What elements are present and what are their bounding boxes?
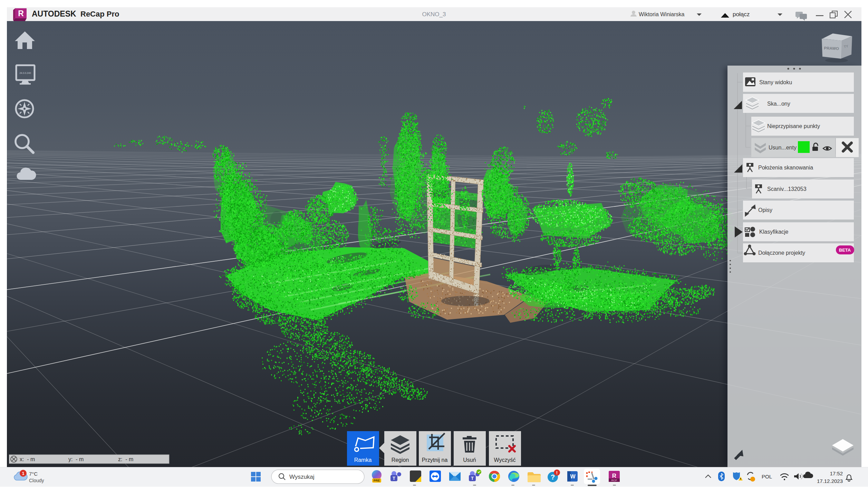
svg-text:Ska...ony: Ska...ony bbox=[767, 101, 790, 107]
svg-text:AUTODESK: AUTODESK bbox=[32, 9, 76, 18]
svg-text:ReCap Pro: ReCap Pro bbox=[80, 10, 119, 18]
svg-text:Scaniv...132053: Scaniv...132053 bbox=[767, 186, 807, 192]
svg-text:17:52: 17:52 bbox=[830, 470, 843, 476]
svg-text:Klasyfikacje: Klasyfikacje bbox=[759, 229, 789, 235]
svg-text:Ramka: Ramka bbox=[354, 457, 372, 463]
svg-text:1: 1 bbox=[22, 471, 24, 476]
svg-text:x: - m: x: - m bbox=[20, 456, 35, 462]
svg-text:PRAWO: PRAWO bbox=[824, 46, 839, 51]
svg-text:T: T bbox=[393, 476, 395, 481]
svg-text:Dołączone projekty: Dołączone projekty bbox=[758, 250, 805, 256]
svg-text:BETA: BETA bbox=[839, 248, 851, 253]
svg-text:y: - m: y: - m bbox=[68, 456, 84, 462]
svg-text:Wiktoria Winiarska: Wiktoria Winiarska bbox=[639, 11, 685, 17]
svg-text:TY: TY bbox=[843, 44, 849, 49]
svg-text:?: ? bbox=[551, 473, 555, 481]
svg-text:Region: Region bbox=[392, 457, 409, 463]
svg-text:7°C: 7°C bbox=[29, 471, 38, 477]
svg-text:Opisy: Opisy bbox=[758, 207, 772, 213]
svg-text:POL: POL bbox=[762, 474, 772, 479]
svg-text:Nieprzypisane punkty: Nieprzypisane punkty bbox=[767, 123, 820, 129]
svg-text:Położenia skanowania: Położenia skanowania bbox=[758, 165, 813, 171]
svg-text:PRE: PRE bbox=[374, 479, 380, 482]
svg-text:Cloudy: Cloudy bbox=[29, 478, 44, 483]
svg-text:Usuń: Usuń bbox=[463, 457, 476, 463]
svg-text:Przytnij na: Przytnij na bbox=[422, 457, 448, 463]
svg-text:17.12.2023: 17.12.2023 bbox=[817, 478, 843, 484]
svg-text:Wyszukaj: Wyszukaj bbox=[289, 474, 315, 480]
svg-text:RCP: RCP bbox=[611, 479, 618, 482]
svg-text:W: W bbox=[570, 474, 576, 479]
svg-text:Wyczyść: Wyczyść bbox=[494, 457, 516, 463]
svg-text:!: ! bbox=[556, 470, 558, 475]
svg-text:OKNO_3: OKNO_3 bbox=[422, 11, 446, 18]
svg-text:połącz: połącz bbox=[733, 11, 750, 18]
svg-text:R: R bbox=[18, 9, 24, 18]
svg-text:z: - m: z: - m bbox=[118, 456, 133, 462]
svg-text:T: T bbox=[471, 476, 474, 481]
svg-text:24.0.0.240: 24.0.0.240 bbox=[19, 72, 31, 74]
svg-text:R: R bbox=[612, 473, 616, 479]
svg-text:Stany widoku: Stany widoku bbox=[759, 79, 792, 85]
svg-text:Usun...enty: Usun...enty bbox=[769, 145, 797, 151]
